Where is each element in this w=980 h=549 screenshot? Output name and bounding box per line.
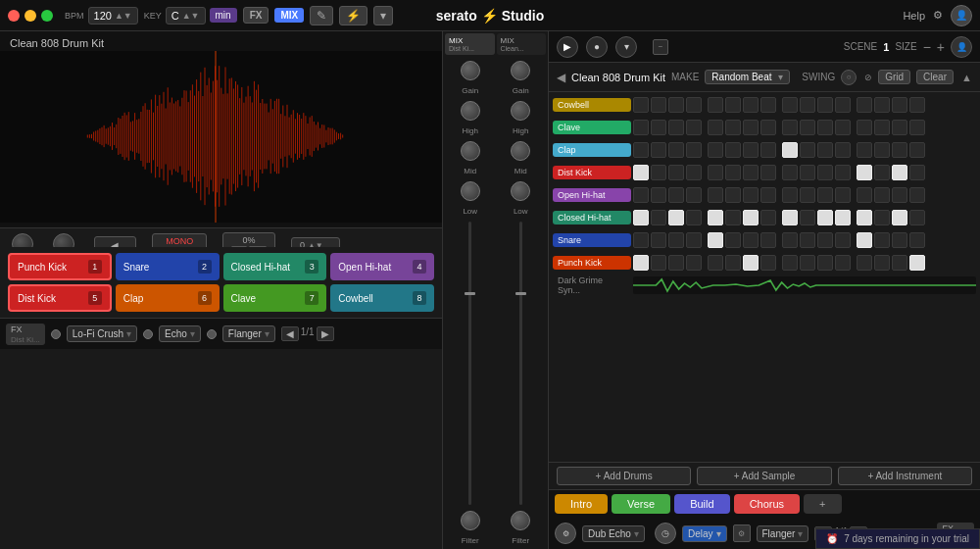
fx-dot-2[interactable]	[143, 329, 153, 339]
step-button[interactable]	[668, 232, 684, 248]
step-button[interactable]	[668, 142, 684, 158]
pad-6[interactable]: Clap 6	[116, 284, 220, 312]
step-button[interactable]	[743, 232, 759, 248]
fx-select-2[interactable]: Echo▾	[159, 325, 201, 342]
step-button[interactable]	[668, 255, 684, 271]
step-button[interactable]	[651, 142, 666, 158]
step-button[interactable]	[800, 142, 815, 158]
pad-7[interactable]: Clave 7	[223, 284, 327, 312]
step-button[interactable]	[743, 97, 759, 113]
step-button[interactable]	[708, 210, 723, 225]
minus-btn[interactable]: −	[653, 39, 668, 55]
step-button[interactable]	[857, 255, 872, 271]
add-sample-button[interactable]: + Add Sample	[697, 467, 831, 485]
step-button[interactable]	[892, 210, 907, 225]
step-button[interactable]	[800, 165, 815, 180]
pad-8[interactable]: Cowbell 8	[330, 284, 434, 312]
step-button[interactable]	[743, 142, 759, 158]
step-button[interactable]	[668, 120, 684, 135]
step-button[interactable]	[633, 187, 649, 203]
step-button[interactable]	[633, 120, 649, 135]
step-button[interactable]	[874, 97, 890, 113]
filter-knob-1[interactable]	[461, 511, 480, 530]
step-button[interactable]	[725, 142, 741, 158]
step-button[interactable]	[874, 187, 890, 203]
step-button[interactable]	[782, 142, 798, 158]
step-button[interactable]	[708, 187, 723, 203]
fx-select-right-2[interactable]: Delay▾	[682, 525, 727, 542]
high-knob-1[interactable]	[461, 101, 480, 121]
key-mode[interactable]: min	[210, 8, 237, 23]
settings-icon-button[interactable]: ⚡	[339, 6, 368, 25]
high-knob-2[interactable]	[511, 101, 530, 121]
step-button[interactable]	[725, 210, 741, 225]
step-button[interactable]	[892, 120, 907, 135]
step-button[interactable]	[782, 97, 798, 113]
step-button[interactable]	[651, 120, 666, 135]
attack-knob[interactable]	[12, 233, 33, 247]
step-button[interactable]	[817, 187, 833, 203]
step-button[interactable]	[651, 255, 666, 271]
step-button[interactable]	[760, 120, 776, 135]
fx-settings-btn[interactable]: ⚙	[733, 524, 751, 542]
step-button[interactable]	[668, 187, 684, 203]
step-button[interactable]	[800, 232, 815, 248]
step-button[interactable]	[651, 187, 666, 203]
scene-nav-plus[interactable]: +	[937, 39, 945, 55]
chorus-button[interactable]: Chorus	[734, 494, 800, 514]
step-button[interactable]	[835, 142, 851, 158]
step-button[interactable]	[686, 187, 702, 203]
gain-knob-2[interactable]	[511, 61, 530, 80]
extra-icon-button[interactable]: ▾	[373, 6, 393, 25]
low-knob-1[interactable]	[461, 181, 480, 201]
step-button[interactable]	[633, 255, 649, 271]
clear-button[interactable]: Clear	[916, 70, 954, 84]
step-button[interactable]	[874, 210, 890, 225]
step-button[interactable]	[835, 165, 851, 180]
step-button[interactable]	[909, 232, 925, 248]
step-button[interactable]	[782, 232, 798, 248]
build-button[interactable]: Build	[674, 494, 729, 514]
step-button[interactable]	[835, 255, 851, 271]
step-button[interactable]	[708, 120, 723, 135]
step-button[interactable]	[686, 97, 702, 113]
step-button[interactable]	[686, 120, 702, 135]
low-knob-2[interactable]	[511, 181, 530, 201]
pad-4[interactable]: Open Hi-hat 4	[330, 253, 434, 280]
step-button[interactable]	[743, 187, 759, 203]
step-button[interactable]	[760, 97, 776, 113]
step-button[interactable]	[817, 232, 833, 248]
step-button[interactable]	[800, 255, 815, 271]
key-control[interactable]: C ▲▼	[166, 7, 206, 25]
key-shift-control[interactable]: 0 ▲▼ Key Shift	[291, 237, 340, 247]
step-button[interactable]	[800, 120, 815, 135]
play-button[interactable]: ▶	[557, 36, 578, 58]
step-button[interactable]	[725, 120, 741, 135]
pad-5[interactable]: Dist Kick 5	[8, 284, 112, 312]
stop-button[interactable]: ●	[586, 36, 608, 58]
step-button[interactable]	[743, 210, 759, 225]
fx-select-right-3[interactable]: Flanger▾	[757, 525, 809, 542]
fx-mode-btn[interactable]: ⚙	[555, 523, 576, 544]
step-button[interactable]	[725, 232, 741, 248]
add-instrument-button[interactable]: + Add Instrument	[838, 467, 972, 485]
fx-dot-3[interactable]	[207, 329, 217, 339]
step-button[interactable]	[857, 97, 872, 113]
step-button[interactable]	[686, 210, 702, 225]
step-button[interactable]	[857, 165, 872, 180]
avatar-icon[interactable]: 👤	[951, 36, 972, 58]
step-button[interactable]	[782, 255, 798, 271]
step-button[interactable]	[760, 232, 776, 248]
mid-knob-2[interactable]	[511, 141, 530, 161]
step-button[interactable]	[817, 120, 833, 135]
scene-nav-minus[interactable]: −	[923, 39, 931, 55]
close-button[interactable]	[8, 10, 20, 22]
step-button[interactable]	[800, 210, 815, 225]
step-button[interactable]	[668, 165, 684, 180]
grid-button[interactable]: Grid	[878, 70, 910, 84]
step-button[interactable]	[874, 232, 890, 248]
step-button[interactable]	[760, 165, 776, 180]
voice-mode-control[interactable]: MONO POLY Voice Mode	[152, 233, 207, 248]
step-button[interactable]	[651, 165, 666, 180]
step-button[interactable]	[800, 187, 815, 203]
